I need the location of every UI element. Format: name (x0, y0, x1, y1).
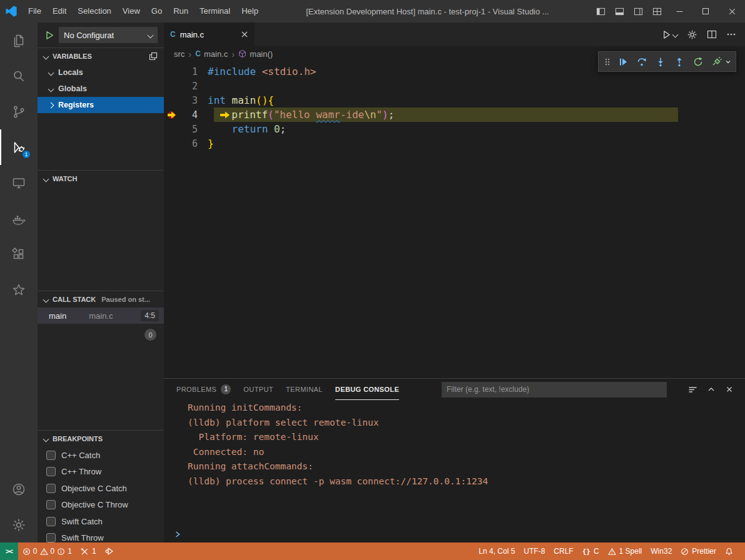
breakpoint-checkbox[interactable] (46, 500, 56, 509)
continue-button[interactable] (615, 54, 631, 69)
menu-go[interactable]: Go (146, 0, 168, 22)
code-line[interactable]: 6} (164, 136, 745, 151)
chevron-down-icon[interactable] (725, 59, 731, 64)
platform-indicator[interactable]: Win32 (646, 542, 676, 560)
variables-group-globals[interactable]: Globals (38, 81, 164, 97)
step-over-button[interactable] (634, 54, 649, 69)
breakpoint-item[interactable]: Swift Catch (38, 513, 164, 530)
code-line[interactable]: 2 (164, 79, 745, 93)
extensions-icon[interactable] (0, 236, 38, 272)
panel-tab-debug-console[interactable]: DEBUG CONSOLE (335, 379, 399, 400)
breadcrumb-main-c[interactable]: C main.c (195, 49, 228, 59)
tab-main-c[interactable]: C main.c (164, 22, 255, 46)
lines-icon[interactable] (688, 385, 697, 394)
variables-group-locals[interactable]: Locals (38, 64, 164, 81)
cursor-position[interactable]: Ln 4, Col 5 (474, 542, 519, 560)
formatter-status[interactable]: Prettier (676, 542, 721, 560)
eol-indicator[interactable]: CRLF (549, 542, 577, 560)
debug-status[interactable] (101, 542, 118, 560)
docker-icon[interactable] (0, 201, 38, 236)
breakpoint-item[interactable]: Objective C Catch (38, 480, 164, 497)
panel-tab-terminal[interactable]: TERMINAL (286, 379, 323, 400)
close-tab-icon[interactable] (241, 31, 248, 38)
breakpoint-item[interactable]: Objective C Throw (38, 497, 164, 514)
gear-icon[interactable] (687, 29, 697, 40)
breakpoint-checkbox[interactable] (46, 451, 56, 460)
breakpoint-checkbox[interactable] (46, 517, 56, 526)
breakpoint-item[interactable]: C++ Catch (38, 447, 164, 464)
notifications-bell[interactable] (721, 542, 737, 560)
drag-handle-icon[interactable] (603, 54, 612, 69)
code-editor[interactable]: 1#include <stdio.h>23int main(){4 printf… (164, 61, 745, 378)
debug-configuration-dropdown[interactable]: No Configurat (59, 27, 158, 43)
minimize-button[interactable] (666, 0, 692, 22)
spell-checker-status[interactable]: 1 Spell (604, 542, 647, 560)
start-debug-icon[interactable] (45, 31, 54, 40)
menu-run[interactable]: Run (168, 0, 194, 22)
split-editor-icon[interactable] (707, 29, 717, 39)
problems-status[interactable]: 0 0 1 (18, 542, 76, 560)
close-button[interactable] (719, 0, 745, 22)
menu-file[interactable]: File (23, 0, 47, 22)
breakpoint-current-line-icon[interactable] (164, 110, 180, 120)
settings-gear-icon[interactable] (0, 507, 38, 542)
breadcrumb-src[interactable]: src (174, 49, 185, 59)
breadcrumb-main-symbol[interactable]: main() (238, 49, 273, 59)
panel-tab-problems[interactable]: PROBLEMS1 (176, 379, 231, 400)
code-line[interactable]: 3int main(){ (164, 93, 745, 108)
maximize-button[interactable] (692, 0, 719, 22)
run-or-debug-icon[interactable] (662, 30, 677, 39)
search-icon[interactable] (0, 58, 38, 94)
code-line-content[interactable]: } (208, 138, 214, 149)
language-mode[interactable]: {} C (578, 542, 604, 560)
chevron-down-icon (48, 69, 54, 76)
breakpoint-checkbox[interactable] (46, 484, 56, 493)
code-line-content[interactable]: return 0; (208, 123, 286, 135)
menu-terminal[interactable]: Terminal (194, 0, 236, 22)
step-out-button[interactable] (671, 54, 687, 69)
menu-view[interactable]: View (117, 0, 146, 22)
code-line[interactable]: 4 printf("hello wamr-ide\n"); (164, 108, 745, 122)
toggle-sidebar-icon[interactable] (591, 0, 610, 22)
menu-selection[interactable]: Selection (72, 0, 116, 22)
variables-section-header[interactable]: VARIABLES (38, 48, 164, 64)
tools-status[interactable]: 1 (76, 542, 101, 560)
run-and-debug-icon[interactable]: 1 (0, 129, 38, 165)
step-into-button[interactable] (652, 54, 668, 69)
restart-button[interactable] (690, 54, 706, 69)
breakpoints-section-header[interactable]: BREAKPOINTS (38, 431, 164, 447)
toggle-panel-icon[interactable] (610, 0, 629, 22)
console-input-row[interactable] (164, 526, 745, 542)
console-filter-input[interactable] (442, 382, 667, 398)
more-actions-icon[interactable] (726, 29, 736, 39)
code-line-content[interactable]: int main(){ (208, 94, 274, 106)
breakpoint-checkbox[interactable] (46, 467, 56, 476)
source-control-icon[interactable] (0, 94, 38, 129)
menu-edit[interactable]: Edit (47, 0, 72, 22)
customize-layout-icon[interactable] (647, 0, 666, 22)
code-line[interactable]: 5 return 0; (164, 122, 745, 136)
breakpoint-item[interactable]: C++ Throw (38, 464, 164, 481)
maximize-panel-icon[interactable] (707, 385, 716, 394)
section-action-icon[interactable] (149, 52, 158, 61)
toggle-secondary-sidebar-icon[interactable] (629, 0, 647, 22)
code-line-content[interactable]: printf("hello wamr-ide\n"); (208, 109, 394, 121)
panel-tab-label: PROBLEMS (176, 386, 216, 393)
close-panel-icon[interactable] (725, 385, 734, 394)
remote-indicator[interactable]: >< (0, 542, 18, 560)
explorer-icon[interactable] (0, 22, 38, 58)
watch-section-header[interactable]: WATCH (38, 171, 164, 187)
call-stack-section-header[interactable]: CALL STACK Paused on st... (38, 291, 164, 308)
disconnect-button[interactable] (709, 54, 724, 69)
encoding-indicator[interactable]: UTF-8 (519, 542, 549, 560)
panel-tab-output[interactable]: OUTPUT (243, 379, 273, 400)
menu-help[interactable]: Help (236, 0, 264, 22)
breakpoint-item[interactable]: Swift Throw (38, 530, 164, 543)
variables-group-registers[interactable]: Registers (38, 97, 164, 113)
account-icon[interactable] (0, 471, 38, 507)
breakpoint-checkbox[interactable] (46, 533, 56, 542)
star-extension-icon[interactable] (0, 272, 38, 308)
remote-explorer-icon[interactable] (0, 165, 38, 201)
code-line-content[interactable]: #include <stdio.h> (208, 66, 316, 78)
stack-frame-row[interactable]: main main.c 4:5 (38, 308, 164, 324)
